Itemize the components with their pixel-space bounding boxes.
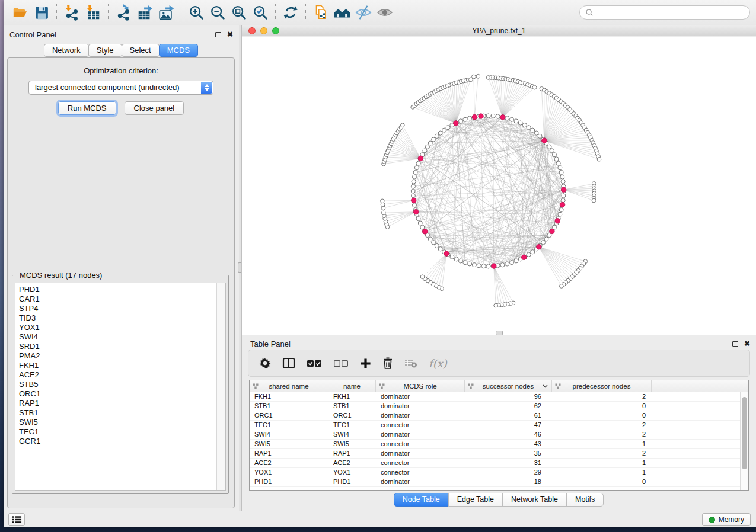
memory-button[interactable]: Memory	[702, 513, 751, 526]
table-cell: ACE2	[328, 459, 376, 467]
mcds-result-item[interactable]: TEC1	[19, 427, 216, 437]
export-network-button[interactable]	[113, 2, 134, 23]
mcds-result-item[interactable]: ACE2	[19, 370, 216, 380]
optimization-criterion-select[interactable]: largest connected component (undirected)	[28, 81, 213, 95]
mcds-result-item[interactable]: SRD1	[19, 342, 216, 351]
import-network-button[interactable]	[61, 2, 82, 23]
tab-edge-table[interactable]: Edge Table	[448, 493, 503, 507]
mcds-result-item[interactable]: PHD1	[19, 285, 216, 294]
network-titlebar[interactable]: YPA_prune.txt_1	[242, 25, 756, 36]
table-row[interactable]: PHD1PHD1dominator180	[250, 477, 748, 487]
table-scrollbar[interactable]	[740, 392, 748, 490]
show-all-button[interactable]	[374, 2, 395, 23]
mcds-result-item[interactable]: SWI5	[19, 418, 216, 427]
column-header-predecessor-nodes[interactable]: predecessor nodes	[552, 380, 652, 392]
table-row[interactable]: ORC1ORC1dominator610	[250, 411, 748, 421]
open-file-button[interactable]	[9, 2, 31, 23]
mcds-result-item[interactable]: RAP1	[19, 399, 216, 408]
table-row[interactable]: SWI4SWI4dominator462	[250, 430, 748, 440]
column-header-name[interactable]: name	[328, 380, 376, 392]
delete-column-button[interactable]	[382, 357, 393, 369]
export-image-button[interactable]	[155, 2, 177, 23]
zoom-fit-button[interactable]	[228, 2, 250, 23]
table-cell: 0	[552, 402, 652, 411]
mcds-result-scrollbar[interactable]	[216, 283, 225, 490]
function-builder-button[interactable]: f(x)	[429, 357, 447, 370]
close-traffic-light[interactable]	[248, 27, 256, 34]
zoom-in-button[interactable]	[186, 2, 207, 23]
maximize-traffic-light[interactable]	[272, 27, 279, 34]
table-cell: YOX1	[328, 468, 376, 477]
network-canvas[interactable]	[242, 37, 756, 335]
column-header-MCDS-role[interactable]: MCDS role	[376, 380, 465, 392]
table-row[interactable]: SWI5SWI5connector431	[250, 440, 748, 449]
apply-layout-button[interactable]	[280, 2, 301, 23]
mcds-result-item[interactable]: TID3	[19, 313, 216, 323]
column-browser-button[interactable]	[282, 357, 295, 369]
search-input[interactable]	[597, 8, 744, 17]
table-cell: FKH1	[328, 392, 376, 401]
settings-button[interactable]	[259, 357, 271, 369]
deselect-all-button[interactable]	[333, 360, 349, 367]
save-session-button[interactable]	[31, 2, 52, 23]
hide-selected-button[interactable]	[353, 2, 374, 23]
delete-table-icon	[404, 358, 417, 368]
mcds-result-item[interactable]: STB5	[19, 380, 216, 389]
close-panel-icon[interactable]: ✖	[227, 31, 233, 37]
table-cell: 18	[465, 477, 552, 486]
import-table-button[interactable]	[82, 2, 104, 23]
run-mcds-button[interactable]: Run MCDS	[58, 101, 116, 115]
mcds-result-item[interactable]: FKH1	[19, 361, 216, 370]
tab-motifs[interactable]: Motifs	[566, 493, 604, 507]
minimize-traffic-light[interactable]	[260, 27, 267, 34]
mcds-result-item[interactable]: ORC1	[19, 389, 216, 399]
mcds-result-item[interactable]: SWI4	[19, 332, 216, 342]
mcds-result-item[interactable]: STP4	[19, 304, 216, 313]
mcds-result-item[interactable]: STB1	[19, 408, 216, 418]
export-table-button[interactable]	[134, 2, 155, 23]
toolbar-separator	[305, 4, 306, 21]
tab-network[interactable]: Network	[44, 44, 89, 57]
tab-network-table[interactable]: Network Table	[502, 493, 567, 507]
zoom-out-button[interactable]	[207, 2, 228, 23]
task-list-icon	[12, 515, 22, 524]
table-cell: dominator	[376, 411, 465, 420]
table-row[interactable]: RAP1RAP1dominator352	[250, 449, 748, 459]
close-panel-icon[interactable]: ✖	[744, 341, 750, 347]
tab-style[interactable]: Style	[88, 44, 122, 57]
memory-label: Memory	[719, 515, 744, 524]
select-all-button[interactable]	[307, 360, 322, 367]
table-cell: 1	[552, 468, 652, 477]
table-cell: dominator	[376, 477, 465, 486]
table-row[interactable]: FKH1FKH1dominator962	[250, 392, 748, 402]
mcds-result-item[interactable]: PMA2	[19, 351, 216, 361]
float-panel-icon[interactable]	[215, 32, 221, 37]
table-toolbar: f(x)	[248, 350, 750, 377]
table-row[interactable]: ACE2ACE2connector311	[250, 459, 748, 468]
horizontal-splitter-handle[interactable]	[496, 331, 503, 335]
tab-mcds[interactable]: MCDS	[159, 44, 198, 57]
table-row[interactable]: TEC1TEC1connector472	[250, 421, 748, 430]
mcds-result-item[interactable]: GCR1	[19, 437, 216, 446]
copy-network-button[interactable]	[310, 2, 331, 23]
table-cell: SWI4	[328, 430, 376, 439]
mcds-result-item[interactable]: YOX1	[19, 323, 216, 332]
table-row[interactable]: YOX1YOX1connector291	[250, 468, 748, 477]
tab-select[interactable]: Select	[122, 44, 160, 57]
mcds-result-list[interactable]: PHD1CAR1STP4TID3YOX1SWI4SRD1PMA2FKH1ACE2…	[15, 283, 216, 490]
first-neighbors-button[interactable]	[331, 2, 353, 23]
tab-node-table[interactable]: Node Table	[394, 493, 449, 507]
column-header-successor-nodes[interactable]: successor nodes	[465, 380, 552, 392]
delete-table-button[interactable]	[404, 358, 417, 368]
float-panel-icon[interactable]	[732, 341, 738, 347]
column-header-shared-name[interactable]: shared name	[250, 380, 328, 392]
zoom-selected-button[interactable]	[250, 2, 271, 23]
add-column-button[interactable]	[360, 358, 371, 369]
network-graph[interactable]	[242, 37, 756, 335]
table-row[interactable]: STB1STB1dominator620	[250, 402, 748, 411]
task-history-button[interactable]	[8, 513, 25, 526]
scrollbar-thumb[interactable]	[742, 397, 747, 469]
mcds-result-item[interactable]: CAR1	[19, 294, 216, 304]
close-panel-button[interactable]: Close panel	[125, 101, 184, 115]
search-box[interactable]	[579, 5, 750, 20]
